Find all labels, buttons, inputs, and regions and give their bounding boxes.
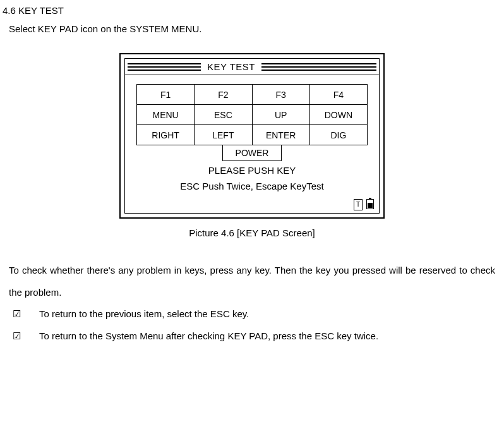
screen-figure: KEY TEST F1 F2 F3 F4 MENU ESC [0, 53, 504, 219]
esc-hint-message: ESC Push Twice, Escape KeyTest [136, 181, 368, 191]
check-icon: ☑ [27, 303, 37, 325]
screen-title: KEY TEST [201, 61, 261, 72]
body-paragraph: To check whether there's any problem in … [0, 260, 504, 303]
figure-caption: Picture 4.6 [KEY PAD Screen] [0, 227, 504, 238]
device-outer-frame: KEY TEST F1 F2 F3 F4 MENU ESC [119, 53, 385, 219]
key-esc[interactable]: ESC [195, 105, 252, 125]
battery-icon [366, 199, 374, 209]
screen-titlebar: KEY TEST [125, 59, 379, 75]
key-f2[interactable]: F2 [195, 85, 252, 105]
bullet-item-2: ☑ To return to the System Menu after che… [27, 325, 495, 348]
device-inner-frame: KEY TEST F1 F2 F3 F4 MENU ESC [124, 58, 380, 214]
key-power[interactable]: POWER [222, 145, 282, 161]
key-f4[interactable]: F4 [309, 85, 367, 105]
push-key-message: PLEASE PUSH KEY [136, 165, 368, 176]
key-menu[interactable]: MENU [137, 105, 195, 125]
key-enter[interactable]: ENTER [252, 125, 309, 145]
status-t-icon: T [354, 199, 363, 210]
status-bar: T [125, 199, 379, 213]
key-left[interactable]: LEFT [195, 125, 252, 145]
intro-text: Select KEY PAD icon on the SYSTEM MENU. [0, 23, 504, 34]
key-up[interactable]: UP [252, 105, 309, 125]
check-icon: ☑ [27, 325, 37, 348]
key-grid: F1 F2 F3 F4 MENU ESC UP DOWN RIGHT LEFT [136, 84, 368, 145]
titlebar-stripes-right [261, 63, 379, 71]
key-dig[interactable]: DIG [309, 125, 367, 145]
key-f3[interactable]: F3 [252, 85, 309, 105]
key-f1[interactable]: F1 [137, 85, 195, 105]
section-title: 4.6 KEY TEST [0, 5, 504, 16]
bullet-item-1: ☑ To return to the previous item, select… [27, 303, 495, 325]
bullet-1-text: To return to the previous item, select t… [39, 308, 249, 319]
bullet-2-text: To return to the System Menu after check… [39, 330, 378, 341]
titlebar-stripes-left [125, 63, 201, 71]
key-down[interactable]: DOWN [309, 105, 367, 125]
key-right[interactable]: RIGHT [137, 125, 195, 145]
